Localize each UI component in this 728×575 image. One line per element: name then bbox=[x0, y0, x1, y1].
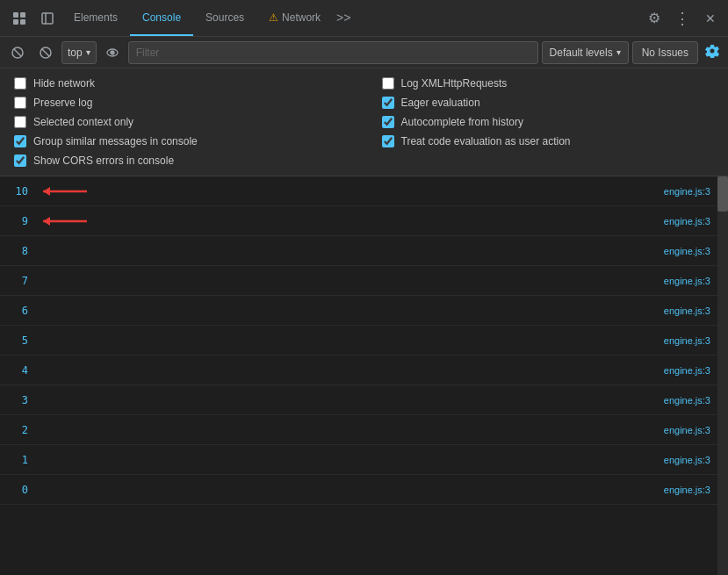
settings-right: Log XMLHttpRequests Eager evaluation Aut… bbox=[382, 77, 715, 167]
eye-button[interactable] bbox=[100, 41, 125, 64]
tabs-container: Elements Console Sources ⚠ Network >> bbox=[5, 0, 642, 36]
settings-button[interactable]: ⚙ bbox=[642, 6, 667, 31]
console-row[interactable]: 3engine.js:3 bbox=[0, 385, 728, 415]
more-tabs-button[interactable]: >> bbox=[333, 0, 354, 36]
top-bar-actions: ⚙ ⋮ ✕ bbox=[642, 6, 723, 31]
console-row[interactable]: 2engine.js:3 bbox=[0, 415, 728, 445]
preserve-log-checkbox[interactable] bbox=[14, 97, 26, 109]
line-number: 9 bbox=[4, 215, 39, 227]
line-number: 3 bbox=[4, 394, 39, 406]
clear-console-button[interactable] bbox=[5, 41, 30, 64]
tab-network[interactable]: ⚠ Network bbox=[256, 0, 333, 36]
hide-network-checkbox[interactable] bbox=[14, 77, 26, 90]
group-similar-checkbox[interactable] bbox=[14, 135, 26, 147]
console-row[interactable]: 5engine.js:3 bbox=[0, 326, 728, 356]
svg-rect-1 bbox=[20, 12, 25, 18]
console-row[interactable]: 4engine.js:3 bbox=[0, 356, 728, 385]
svg-point-11 bbox=[111, 51, 114, 54]
line-number: 1 bbox=[4, 454, 39, 466]
console-toolbar: top ▾ Default levels ▾ No Issues bbox=[0, 37, 728, 68]
group-similar-option[interactable]: Group similar messages in console bbox=[14, 135, 347, 147]
svg-line-9 bbox=[42, 48, 50, 56]
default-levels-button[interactable]: Default levels ▾ bbox=[542, 41, 629, 64]
arrow-indicator bbox=[39, 182, 91, 200]
autocomplete-option[interactable]: Autocomplete from history bbox=[382, 116, 715, 128]
line-number: 2 bbox=[4, 424, 39, 436]
settings-left: Hide network Preserve log Selected conte… bbox=[14, 77, 347, 167]
row-content bbox=[39, 212, 664, 230]
line-number: 4 bbox=[4, 364, 39, 377]
show-cors-checkbox[interactable] bbox=[14, 155, 26, 167]
arrow-indicator bbox=[39, 212, 91, 230]
preserve-log-option[interactable]: Preserve log bbox=[14, 97, 347, 109]
context-selector[interactable]: top ▾ bbox=[61, 41, 97, 64]
console-output-area: 10 engine.js:39 engine.js:38engine.js:37… bbox=[0, 176, 728, 575]
log-xmlhttp-option[interactable]: Log XMLHttpRequests bbox=[382, 77, 715, 90]
svg-marker-15 bbox=[43, 217, 50, 226]
tab-elements[interactable]: Elements bbox=[61, 0, 130, 36]
svg-rect-2 bbox=[13, 19, 18, 25]
show-cors-option[interactable]: Show CORS errors in console bbox=[14, 155, 347, 167]
line-number: 6 bbox=[4, 305, 39, 317]
line-number: 7 bbox=[4, 275, 39, 287]
hide-network-option[interactable]: Hide network bbox=[14, 77, 347, 90]
devtools-panel: Elements Console Sources ⚠ Network >> ⚙ … bbox=[0, 0, 728, 575]
console-row[interactable]: 7engine.js:3 bbox=[0, 266, 728, 296]
scrollbar-thumb[interactable] bbox=[717, 176, 728, 212]
selected-context-option[interactable]: Selected context only bbox=[14, 116, 347, 128]
console-row[interactable]: 8engine.js:3 bbox=[0, 236, 728, 266]
tab-console[interactable]: Console bbox=[130, 0, 193, 36]
filter-input[interactable] bbox=[128, 41, 538, 64]
warn-icon: ⚠ bbox=[269, 11, 278, 24]
eager-eval-option[interactable]: Eager evaluation bbox=[382, 97, 715, 109]
scrollbar-track[interactable] bbox=[717, 176, 728, 575]
svg-marker-13 bbox=[43, 187, 50, 196]
console-row[interactable]: 6engine.js:3 bbox=[0, 296, 728, 326]
console-settings-icon[interactable] bbox=[702, 44, 723, 61]
log-xmlhttp-checkbox[interactable] bbox=[382, 77, 394, 90]
console-settings-panel: Hide network Preserve log Selected conte… bbox=[0, 68, 728, 176]
console-row[interactable]: 1engine.js:3 bbox=[0, 445, 728, 475]
row-content bbox=[39, 182, 664, 200]
svg-rect-4 bbox=[42, 13, 53, 24]
more-options-button[interactable]: ⋮ bbox=[670, 6, 695, 31]
line-number: 8 bbox=[4, 245, 39, 257]
treat-code-checkbox[interactable] bbox=[382, 135, 394, 147]
svg-rect-0 bbox=[13, 12, 18, 18]
no-issues-button[interactable]: No Issues bbox=[632, 41, 698, 64]
treat-code-option[interactable]: Treat code evaluation as user action bbox=[382, 135, 715, 147]
console-row[interactable]: 10 engine.js:3 bbox=[0, 176, 728, 206]
dock-icon[interactable] bbox=[33, 7, 61, 30]
console-row[interactable]: 0engine.js:3 bbox=[0, 475, 728, 505]
close-button[interactable]: ✕ bbox=[698, 6, 723, 31]
eager-eval-checkbox[interactable] bbox=[382, 97, 394, 109]
console-row[interactable]: 9 engine.js:3 bbox=[0, 206, 728, 236]
line-number: 5 bbox=[4, 334, 39, 347]
console-output[interactable]: 10 engine.js:39 engine.js:38engine.js:37… bbox=[0, 176, 728, 505]
line-number: 0 bbox=[4, 484, 39, 496]
tab-bar: Elements Console Sources ⚠ Network >> ⚙ … bbox=[0, 0, 728, 37]
tab-sources[interactable]: Sources bbox=[193, 0, 256, 36]
autocomplete-checkbox[interactable] bbox=[382, 116, 394, 128]
prohibit-button[interactable] bbox=[33, 41, 58, 64]
selected-context-checkbox[interactable] bbox=[14, 116, 26, 128]
svg-rect-3 bbox=[20, 19, 25, 25]
line-number: 10 bbox=[4, 185, 39, 198]
sidebar-toggle-icon[interactable] bbox=[5, 7, 33, 30]
svg-line-7 bbox=[14, 49, 21, 56]
